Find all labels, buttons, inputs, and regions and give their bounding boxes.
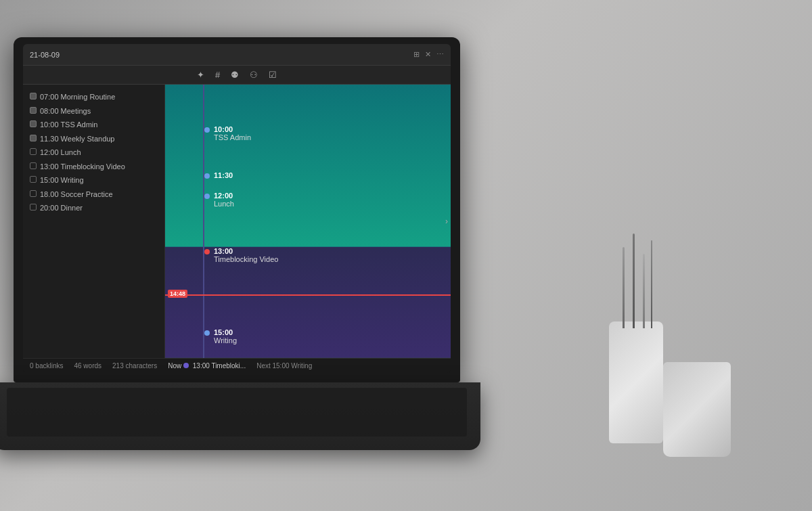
pen-1 [623,247,625,328]
timeline-content: 10:00 TSS Admin 11:30 [165,85,451,358]
event-content: 13:00 Timeblocking Video [214,247,278,263]
window-icon[interactable]: ⊞ [413,50,420,59]
list-item[interactable]: 12:00 Lunch [27,146,160,160]
checkbox[interactable] [30,162,37,169]
checkbox[interactable] [30,190,37,197]
event-dot-red [204,249,210,254]
current-time-label: 14:48 [168,290,187,298]
list-item[interactable]: 13:00 Timeblocking Video [27,160,160,174]
list-item[interactable]: 15:00 Writing [27,173,160,187]
pen-holder [609,321,663,443]
word-count: 46 words [74,362,102,370]
checkbox[interactable] [30,120,37,127]
event-content: 12:00 Lunch [214,192,234,208]
event-content: 15:00 Writing [214,328,237,345]
task-label: 15:00 Writing [40,175,84,186]
event-dot [204,330,210,336]
event-time: 11:30 [214,171,233,179]
event-content: 10:00 TSS Admin [214,125,251,141]
tl-event-1300[interactable]: 13:00 Timeblocking Video [204,247,445,263]
checkbox[interactable] [30,93,37,99]
teal-block [165,85,451,247]
laptop-screen-outer: 21-08-09 ⊞ ✕ ⋯ ✦ # ⚉ ⚇ ☑ [14,37,460,382]
pen-2 [633,234,635,328]
tl-event-1200[interactable]: 12:00 Lunch [204,192,445,208]
titlebar-icons: ⊞ ✕ ⋯ [413,50,444,59]
event-title: Timeblocking Video [214,255,278,263]
task-list-panel: 07:00 Morning Routine 08:00 Meetings 10:… [23,85,165,358]
tl-event-1500[interactable]: 15:00 Writing [204,328,445,345]
small-cup [663,362,731,457]
app-window: 21-08-09 ⊞ ✕ ⋯ ✦ # ⚉ ⚇ ☑ [23,44,451,373]
chevron-right-icon[interactable]: › [445,217,448,226]
checkbox[interactable] [30,107,37,114]
event-time: 10:00 [214,125,251,133]
tool-icon-5[interactable]: ☑ [269,70,277,80]
laptop-screen-bezel: 21-08-09 ⊞ ✕ ⋯ ✦ # ⚉ ⚇ ☑ [23,44,451,373]
event-time: 13:00 [214,247,278,255]
list-item[interactable]: 08:00 Meetings [27,104,160,118]
list-item[interactable]: 18.00 Soccer Practice [27,187,160,202]
task-label: 20:00 Dinner [40,202,83,214]
backlinks-count: 0 backlinks [30,362,63,370]
task-label: 11.30 Weekly Standup [40,133,114,145]
event-title: TSS Admin [214,133,251,141]
event-dot [204,173,210,179]
event-time: 15:00 [214,328,237,336]
event-time: 12:00 [214,192,234,200]
keyboard-keys [7,388,467,437]
checkbox[interactable] [30,148,37,155]
status-next: Next 15:00 Writing [256,362,312,370]
tl-event-1130[interactable]: 11:30 [204,171,445,179]
task-label: 07:00 Morning Routine [40,91,115,103]
list-item[interactable]: 11.30 Weekly Standup [27,132,160,146]
now-event: 13:00 Timebloki... [193,362,246,370]
content-area: 07:00 Morning Routine 08:00 Meetings 10:… [23,85,451,358]
task-label: 10:00 TSS Admin [40,119,97,131]
now-label: Now [168,362,181,370]
event-dot [204,194,210,199]
task-label: 08:00 Meetings [40,106,91,117]
next-event: 15:00 Writing [273,362,313,370]
event-dot [204,127,210,133]
event-title: Writing [214,336,237,345]
list-item[interactable]: 07:00 Morning Routine [27,90,160,104]
current-time-line [165,294,451,296]
more-icon[interactable]: ⋯ [436,50,444,59]
checkbox[interactable] [30,204,37,210]
timeline-panel: 10:00 TSS Admin 11:30 [165,85,451,358]
checkbox[interactable] [30,135,37,141]
titlebar-date: 21-08-09 [30,51,413,59]
tool-icon-4[interactable]: ⚇ [250,70,258,80]
task-label: 18.00 Soccer Practice [40,189,113,200]
event-content: 11:30 [214,171,233,179]
pen-4 [651,240,652,328]
event-title: Lunch [214,200,234,208]
status-dot [183,363,189,368]
tl-event-1000[interactable]: 10:00 TSS Admin [204,125,445,141]
tool-icon-1[interactable]: ✦ [197,70,204,80]
status-now: Now 13:00 Timebloki... [168,362,246,370]
laptop: 21-08-09 ⊞ ✕ ⋯ ✦ # ⚉ ⚇ ☑ [14,37,474,457]
next-label: Next [256,362,271,370]
toolbar: ✦ # ⚉ ⚇ ☑ [23,66,451,85]
statusbar: 0 backlinks 46 words 213 characters Now … [23,358,451,373]
tool-icon-3[interactable]: ⚉ [231,70,239,80]
list-item[interactable]: 20:00 Dinner [27,201,160,215]
task-label: 12:00 Lunch [40,147,81,158]
pen-3 [643,254,645,328]
laptop-keyboard [0,382,480,450]
close-icon[interactable]: ✕ [425,50,431,59]
list-item[interactable]: 10:00 TSS Admin [27,118,160,132]
tool-icon-2[interactable]: # [215,70,220,80]
char-count: 213 characters [112,362,157,370]
titlebar: 21-08-09 ⊞ ✕ ⋯ [23,44,451,66]
task-label: 13:00 Timeblocking Video [40,161,125,173]
checkbox[interactable] [30,176,37,183]
